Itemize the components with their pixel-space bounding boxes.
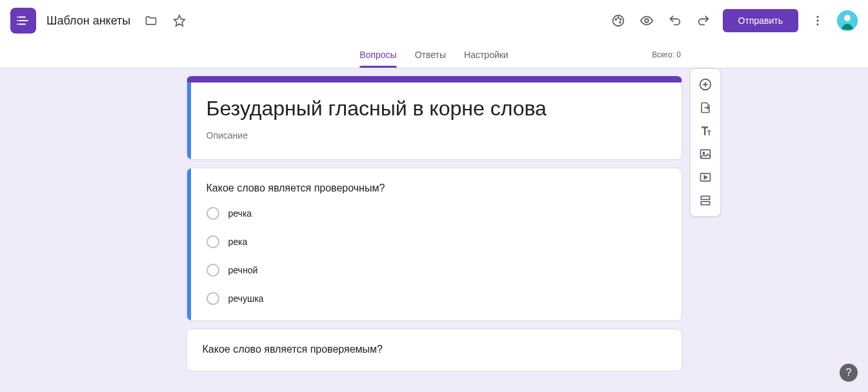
- canvas: Безударный гласный в корне слова Описани…: [0, 68, 868, 387]
- tab-answers[interactable]: Ответы: [415, 41, 446, 68]
- side-toolbar: [690, 68, 721, 217]
- import-icon[interactable]: [694, 96, 717, 119]
- option-row[interactable]: речушка: [207, 292, 666, 305]
- app-logo[interactable]: [10, 8, 36, 34]
- option-label: река: [228, 237, 248, 247]
- svg-point-2: [17, 24, 18, 25]
- add-image-icon[interactable]: [694, 142, 717, 166]
- option-label: речушка: [228, 293, 264, 304]
- preview-icon[interactable]: [636, 10, 657, 31]
- active-indicator: [187, 83, 191, 159]
- svg-point-9: [816, 16, 818, 18]
- svg-point-6: [620, 19, 621, 20]
- more-icon[interactable]: [807, 10, 828, 31]
- form-title[interactable]: Безударный гласный в корне слова: [207, 97, 666, 125]
- add-video-icon[interactable]: [694, 166, 717, 189]
- svg-point-11: [816, 23, 818, 25]
- option-row[interactable]: река: [207, 235, 666, 248]
- svg-point-7: [619, 22, 620, 23]
- option-label: речной: [228, 265, 258, 275]
- option-label: речка: [228, 208, 252, 219]
- svg-point-1: [17, 20, 18, 21]
- doc-title[interactable]: Шаблон анкеты: [46, 14, 130, 28]
- svg-point-4: [615, 19, 616, 20]
- add-section-icon[interactable]: [694, 189, 717, 212]
- tab-settings[interactable]: Настройки: [464, 41, 509, 68]
- svg-point-13: [844, 15, 851, 21]
- question-text[interactable]: Какое слово является проверочным?: [207, 182, 666, 194]
- help-icon[interactable]: ?: [840, 364, 858, 382]
- total-points: Всего: 0: [652, 50, 681, 59]
- question-card-2[interactable]: Какое слово является проверяемым?: [187, 329, 682, 371]
- radio-icon: [207, 292, 219, 305]
- palette-icon[interactable]: [608, 10, 629, 31]
- undo-icon[interactable]: [665, 10, 685, 31]
- question-card-1[interactable]: Какое слово является проверочным? речка …: [187, 168, 682, 321]
- tabbar: Вопросы Ответы Настройки Всего: 0: [0, 41, 868, 68]
- form-description[interactable]: Описание: [207, 130, 666, 144]
- svg-point-16: [703, 152, 705, 154]
- option-row[interactable]: речной: [207, 264, 666, 277]
- add-title-icon[interactable]: [694, 119, 717, 142]
- folder-icon[interactable]: [141, 10, 161, 31]
- svg-point-8: [645, 19, 649, 23]
- redo-icon[interactable]: [693, 10, 714, 31]
- option-row[interactable]: речка: [207, 207, 666, 220]
- radio-icon: [207, 235, 219, 248]
- question-text[interactable]: Какое слово является проверяемым?: [203, 344, 666, 355]
- header: Шаблон анкеты Отправить: [0, 0, 868, 41]
- active-indicator: [187, 168, 191, 320]
- radio-icon: [207, 207, 219, 220]
- tab-questions[interactable]: Вопросы: [359, 41, 396, 68]
- svg-point-0: [17, 17, 18, 18]
- radio-icon: [207, 264, 219, 277]
- send-button[interactable]: Отправить: [723, 9, 798, 32]
- star-icon[interactable]: [169, 10, 190, 31]
- form-header-card[interactable]: Безударный гласный в корне слова Описани…: [187, 76, 682, 160]
- svg-rect-19: [701, 202, 709, 205]
- svg-rect-18: [701, 196, 709, 199]
- svg-point-5: [618, 17, 619, 19]
- svg-point-10: [816, 19, 818, 21]
- avatar[interactable]: [837, 10, 858, 31]
- add-question-icon[interactable]: [694, 73, 717, 96]
